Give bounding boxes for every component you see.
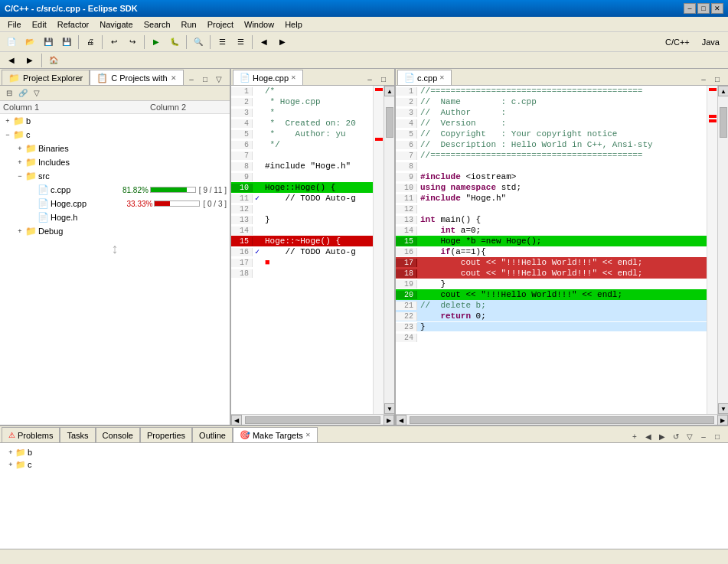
perspective-cpp[interactable]: C/C++ [660,34,695,50]
bottom-back-button[interactable]: ◀ [642,430,655,442]
tab-c-projects[interactable]: 📋 C Projects with ✕ [90,70,183,85]
bottom-add-button[interactable]: + [628,430,641,442]
tab-project-explorer[interactable]: 📁 Project Explorer [2,70,90,85]
bottom-maximize-button[interactable]: □ [711,430,723,442]
c-maximize-button[interactable]: □ [711,73,723,85]
search-button[interactable]: 🔍 [190,34,207,50]
c-scroll-left-button[interactable]: ◀ [396,415,406,425]
expand-c[interactable]: − [3,130,12,139]
scroll-left-button[interactable]: ◀ [231,415,242,425]
tab-make-targets-close[interactable]: ✕ [305,432,311,438]
expand-bottom-b[interactable]: + [6,448,15,457]
c-scroll-up-button[interactable]: ▲ [718,86,728,96]
hoge-maximize-button[interactable]: □ [377,73,390,85]
home-button[interactable]: 🏠 [45,53,62,68]
bottom-menu-button[interactable]: ▽ [684,430,696,442]
prev-button[interactable]: ◀ [256,34,273,50]
expand-binaries[interactable]: + [15,144,24,153]
scroll-right-button[interactable]: ▶ [384,415,394,425]
tab-problems[interactable]: ⚠ Problems [2,427,60,442]
open-button[interactable]: 📂 [21,34,38,50]
tree-item-hogeh[interactable]: 📄 Hoge.h [0,210,230,224]
tree-item-ccpp[interactable]: 📄 c.cpp 81.82% [ 9 / 11 ] [0,183,230,197]
view-menu-button[interactable]: ▽ [213,73,225,85]
redo-button[interactable]: ↪ [124,34,141,50]
hoge-minimize-button[interactable]: – [364,73,376,85]
maximize-panel-button[interactable]: □ [199,73,211,85]
view-menu-button2[interactable]: ▽ [31,87,43,99]
scroll-track[interactable] [384,138,394,403]
tab-c-projects-close[interactable]: ✕ [171,74,177,82]
bottom-minimize-button[interactable]: – [697,430,710,442]
next-button[interactable]: ▶ [274,34,291,50]
debug-button[interactable]: 🐛 [166,34,183,50]
maximize-button[interactable]: □ [697,3,710,14]
minimize-button[interactable]: – [684,3,696,14]
tree-item-includes[interactable]: + 📁 Includes [0,155,230,169]
tab-hoge-cpp[interactable]: 📄 Hoge.cpp ✕ [233,70,303,85]
hoge-hscrollbar[interactable]: ◀ ▶ [231,414,394,425]
window-controls[interactable]: – □ ✕ [684,3,723,14]
c-scroll-thumb-h[interactable] [410,416,714,424]
tree-item-binaries[interactable]: + 📁 Binaries [0,142,230,155]
tab-make-targets[interactable]: 🎯 Make Targets ✕ [233,427,318,442]
menu-search[interactable]: Search [139,18,175,31]
c-vscrollbar[interactable]: ▲ ▼ [717,86,728,414]
tab-tasks[interactable]: Tasks [60,427,95,442]
close-button[interactable]: ✕ [711,3,723,14]
tree-item-debug[interactable]: + 📁 Debug [0,224,230,238]
expand-debug[interactable]: + [15,227,24,236]
c-hscrollbar[interactable]: ◀ ▶ [396,414,728,425]
run-button[interactable]: ▶ [148,34,165,50]
align-right-button[interactable]: ☰ [232,34,249,50]
menu-edit[interactable]: Edit [28,18,51,31]
scroll-up-button[interactable]: ▲ [384,86,394,96]
c-scroll-thumb[interactable] [720,107,727,138]
c-scroll-right-button[interactable]: ▶ [717,415,728,425]
save-button[interactable]: 💾 [40,34,57,50]
bottom-tree-item-c[interactable]: + 📁 c [3,458,725,471]
minimize-panel-button[interactable]: – [185,73,198,85]
menu-refactor[interactable]: Refactor [53,18,94,31]
tab-outline[interactable]: Outline [192,427,233,442]
tab-c-cpp-close[interactable]: ✕ [439,74,445,81]
c-minimize-button[interactable]: – [697,73,710,85]
menu-file[interactable]: File [3,18,26,31]
new-button[interactable]: 📄 [3,34,20,50]
bottom-tree-item-b[interactable]: + 📁 b [3,446,725,458]
scroll-thumb[interactable] [386,107,393,138]
collapse-all-button[interactable]: ⊟ [3,87,15,99]
back-button[interactable]: ◀ [3,53,20,68]
tab-console[interactable]: Console [96,427,140,442]
bottom-refresh-button[interactable]: ↺ [670,430,682,442]
perspective-java[interactable]: Java [697,34,725,50]
tree-item-hogecpp[interactable]: 📄 Hoge.cpp 33.33% [ 0 / 3 ] [0,197,230,210]
tree-item-b[interactable]: + 📁 b [0,114,230,128]
menu-window[interactable]: Window [240,18,279,31]
menu-navigate[interactable]: Navigate [95,18,137,31]
tab-c-cpp[interactable]: 📄 c.cpp ✕ [397,70,452,85]
undo-button[interactable]: ↩ [106,34,122,50]
tab-properties[interactable]: Properties [140,427,192,442]
menu-run[interactable]: Run [177,18,201,31]
scroll-thumb-h[interactable] [245,416,380,424]
menu-help[interactable]: Help [280,18,307,31]
bottom-forward-button[interactable]: ▶ [656,430,668,442]
expand-src[interactable]: − [15,171,24,181]
scroll-down-button[interactable]: ▼ [384,403,394,414]
expand-b[interactable]: + [3,116,12,126]
tree-item-src[interactable]: − 📁 src [0,169,230,183]
tree-item-c[interactable]: − 📁 c [0,128,230,142]
align-left-button[interactable]: ☰ [214,34,230,50]
c-scroll-down-button[interactable]: ▼ [718,403,728,414]
menu-project[interactable]: Project [203,18,238,31]
c-code-area[interactable]: 1 //====================================… [396,86,707,414]
tab-hoge-cpp-close[interactable]: ✕ [291,74,296,81]
c-scroll-track[interactable] [718,138,728,403]
expand-bottom-c[interactable]: + [6,460,15,469]
expand-includes[interactable]: + [15,158,24,167]
link-with-editor-button[interactable]: 🔗 [17,87,29,99]
save-all-button[interactable]: 💾 [58,34,75,50]
hoge-vscrollbar[interactable]: ▲ ▼ [384,86,394,414]
print-button[interactable]: 🖨 [82,34,99,50]
